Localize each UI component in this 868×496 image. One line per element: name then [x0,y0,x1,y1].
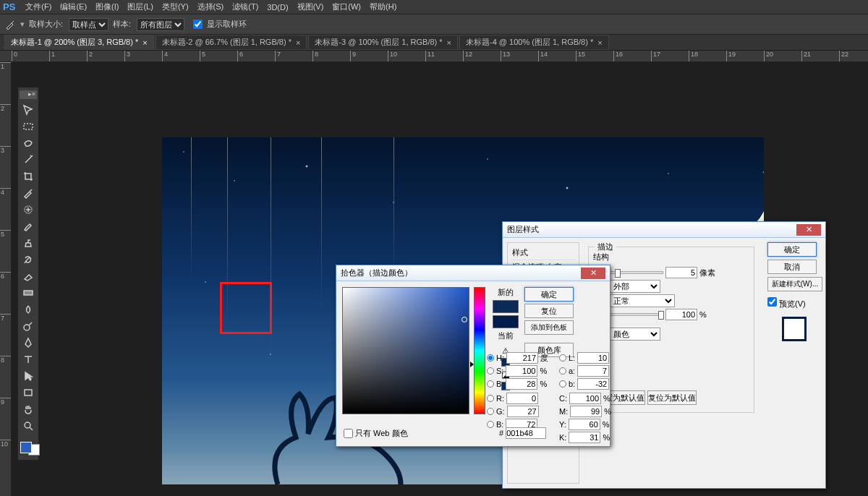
sample-size-select[interactable]: 取样点 [69,18,109,31]
radio-b2[interactable] [559,380,566,388]
ruler-tick: 5 [0,230,11,238]
ok-button[interactable]: 确定 [767,242,817,257]
list-item[interactable]: 样式 [511,246,576,260]
chevron-down-icon[interactable]: ▾ [20,20,25,29]
position-select[interactable]: 外部 [610,280,660,293]
doc-tab-4[interactable]: 未标题-4 @ 100% (图层 1, RGB/8) *× [459,35,609,50]
menu-select[interactable]: 选择(S) [193,0,229,14]
menu-layer[interactable]: 图层(L) [123,0,157,14]
m-input[interactable] [570,406,602,417]
history-brush-tool[interactable] [20,252,37,268]
rectangle-tool[interactable] [20,385,37,401]
menu-filter[interactable]: 滤镜(T) [228,0,263,14]
menu-view[interactable]: 视图(V) [293,0,328,14]
ruler-tick: 3 [0,146,11,154]
l-input[interactable] [577,352,609,364]
new-style-button[interactable]: 新建样式(W)... [767,277,822,291]
a-input[interactable] [577,365,609,377]
svg-rect-0 [24,124,33,129]
b2-input[interactable] [577,378,609,390]
h-input[interactable] [506,352,538,364]
close-icon[interactable]: × [142,38,147,47]
add-swatch-button[interactable]: 添加到色板 [524,320,574,335]
hand-tool[interactable] [20,401,37,417]
color-swatches[interactable] [20,438,37,457]
doc-tab-1[interactable]: 未标题-1 @ 200% (图层 3, RGB/8) *× [4,35,154,50]
k-input[interactable] [569,432,600,443]
radio-g[interactable] [487,408,494,415]
eraser-tool[interactable] [20,268,37,284]
dialog-titlebar[interactable]: 拾色器（描边颜色） ✕ [336,265,610,281]
pen-tool[interactable] [20,335,37,351]
blend-mode-select[interactable]: 正常 [610,294,675,307]
color-picker-dialog: 拾色器（描边颜色） ✕ 新的 当前 ⚠ ◪ 确定 复位 添加到色板 颜色库 H:… [336,265,610,447]
menu-help[interactable]: 帮助(H) [365,0,401,14]
sample-select[interactable]: 所有图层 [137,18,184,31]
s-input[interactable] [506,365,537,377]
hue-slider[interactable] [474,287,485,414]
radio-r[interactable] [487,395,494,402]
menu-image[interactable]: 图像(I) [91,0,123,14]
cancel-button[interactable]: 取消 [767,260,817,274]
opacity-input[interactable] [665,309,697,320]
show-ring-checkbox[interactable] [193,20,203,29]
menu-edit[interactable]: 编辑(E) [56,0,91,14]
blur-tool[interactable] [20,302,37,317]
lasso-tool[interactable] [20,135,37,151]
close-icon[interactable]: ✕ [796,224,821,236]
ruler-tick: 9 [350,51,356,61]
magic-wand-tool[interactable] [20,152,37,168]
brush-tool[interactable] [20,218,37,234]
clone-stamp-tool[interactable] [20,235,37,251]
menu-3d[interactable]: 3D(D) [263,1,292,13]
radio-s[interactable] [487,367,494,375]
zoom-tool[interactable] [20,418,37,434]
size-slider[interactable] [610,271,663,274]
marquee-tool[interactable] [20,119,37,134]
reset-default-button[interactable]: 复位为默认值 [647,390,697,405]
unit-label: 像素 [699,268,715,278]
close-icon[interactable]: × [447,38,451,47]
preview-checkbox[interactable]: 预览(V) [767,297,821,309]
reset-button[interactable]: 复位 [524,304,574,318]
g-input[interactable] [507,406,539,417]
radio-b[interactable] [487,380,494,388]
c-input[interactable] [569,393,601,404]
hex-label: # [499,429,503,437]
foreground-swatch[interactable] [20,442,32,453]
close-icon[interactable]: × [296,38,300,47]
ok-button[interactable]: 确定 [524,287,574,302]
menu-file[interactable]: 文件(F) [21,0,56,14]
doc-tab-3[interactable]: 未标题-3 @ 100% (图层 1, RGB/8) *× [308,35,458,50]
crop-tool[interactable] [20,168,37,184]
hex-input[interactable] [506,427,546,439]
move-tool[interactable] [20,102,37,118]
web-only-checkbox[interactable] [344,429,353,438]
y-input[interactable] [569,419,600,430]
dialog-titlebar[interactable]: 图层样式 ✕ [503,222,825,238]
eyedropper-tool[interactable] [20,185,37,201]
type-tool[interactable] [20,351,37,367]
menu-type[interactable]: 类型(Y) [158,0,193,14]
tab-label: 未标题-1 @ 200% (图层 3, RGB/8) * [11,37,138,48]
close-icon[interactable]: ✕ [581,268,605,279]
opacity-slider[interactable] [610,313,663,316]
menu-window[interactable]: 窗口(W) [328,0,365,14]
palette-grip-icon[interactable]: ▸× [20,90,37,99]
size-input[interactable] [665,267,697,278]
color-field[interactable] [342,287,469,414]
doc-tab-2[interactable]: 未标题-2 @ 66.7% (图层 1, RGB/8) *× [156,35,307,50]
fill-type-select[interactable]: 颜色 [610,328,660,341]
gradient-tool[interactable] [20,285,37,301]
bv-input[interactable] [506,378,537,390]
spot-heal-tool[interactable] [20,202,37,218]
r-input[interactable] [506,393,538,404]
radio-h[interactable] [487,354,494,362]
current-color-swatch[interactable] [493,315,519,328]
close-icon[interactable]: × [597,38,602,47]
radio-a[interactable] [559,367,566,375]
dodge-tool[interactable] [20,318,37,334]
radio-bb[interactable] [487,421,494,428]
radio-l[interactable] [559,354,566,362]
path-select-tool[interactable] [20,368,37,384]
